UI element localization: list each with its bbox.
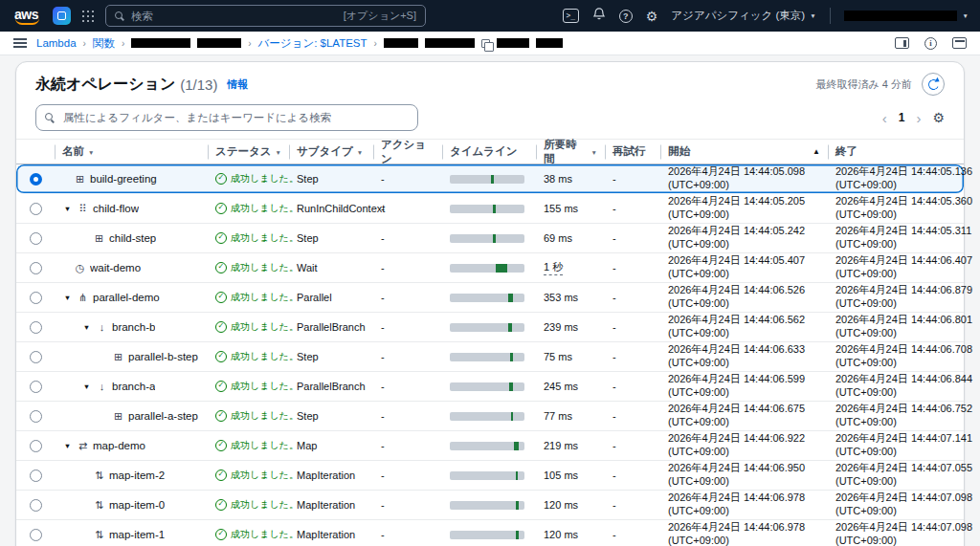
row-select-radio[interactable] — [30, 292, 42, 304]
end-timezone: (UTC+09:00) — [835, 297, 897, 311]
row-select-radio[interactable] — [30, 232, 42, 245]
end-timezone: (UTC+09:00) — [835, 505, 897, 518]
timeline-bar — [450, 531, 524, 539]
end-timezone: (UTC+09:00) — [835, 238, 897, 251]
column-header[interactable]: ステータス▼ — [208, 140, 289, 164]
column-header[interactable]: 所要時間▼ — [536, 140, 605, 164]
aws-logo[interactable]: aws — [11, 7, 41, 25]
row-select-radio[interactable] — [30, 381, 42, 393]
breadcrumb-lambda[interactable]: Lambda — [36, 37, 77, 49]
sort-ascending-icon[interactable]: ▲ — [813, 147, 820, 156]
table-row[interactable]: ▼ ⋔ parallel-demo 成功しました。 Parallel - 353… — [16, 283, 964, 313]
row-select-radio[interactable] — [30, 262, 42, 274]
success-check-icon — [215, 203, 227, 214]
start-timezone: (UTC+09:00) — [668, 327, 729, 340]
operation-type-icon: ⇄ — [77, 440, 89, 452]
end-timezone: (UTC+09:00) — [835, 386, 897, 400]
layout-icon[interactable] — [952, 37, 967, 49]
help-icon[interactable]: ? — [619, 10, 633, 23]
table-row[interactable]: ▼ ⇄ map-demo 成功しました。 Map - 219 ms - 2026… — [16, 431, 964, 461]
hamburger-menu-icon[interactable] — [13, 38, 27, 48]
table-row[interactable]: ▼ ↓ branch-b 成功しました。 ParallelBranch - 23… — [16, 313, 964, 342]
collapse-caret-icon[interactable]: ▼ — [81, 382, 92, 391]
column-header[interactable]: 終了 — [828, 140, 964, 164]
breadcrumb-functions[interactable]: 関数 — [93, 36, 115, 51]
column-header[interactable]: 開始▲ — [660, 140, 828, 164]
table-row[interactable]: ⇅ map-item-1 成功しました。 MapIteration - 120 … — [16, 520, 964, 546]
subtype-text: Step — [297, 232, 319, 244]
account-menu[interactable]: ▼ — [844, 11, 969, 21]
row-select-radio[interactable] — [30, 410, 42, 423]
collapse-caret-icon[interactable]: ▼ — [81, 323, 92, 332]
prev-page-button[interactable]: ‹ — [882, 111, 887, 125]
operation-type-icon: ⊞ — [112, 410, 124, 423]
table-row[interactable]: ▼ ↓ branch-a 成功しました。 ParallelBranch - 24… — [16, 372, 964, 402]
retry-text: - — [612, 499, 616, 511]
table-row[interactable]: ⇅ map-item-0 成功しました。 MapIteration - 120 … — [16, 491, 964, 520]
table-row[interactable]: ⊞ parallel-b-step 成功しました。 Step - 75 ms -… — [16, 342, 964, 372]
column-header[interactable]: タイムライン — [442, 140, 536, 164]
collapse-caret-icon[interactable]: ▼ — [62, 294, 73, 302]
table-row[interactable]: ▼ ⠿ child-flow 成功しました。 RunInChildContext… — [16, 194, 964, 224]
current-page[interactable]: 1 — [899, 111, 905, 124]
row-select-radio[interactable] — [30, 499, 42, 512]
operation-type-icon: ⇅ — [93, 470, 105, 482]
region-selector[interactable]: アジアパシフィック (東京) ▼ — [671, 9, 815, 23]
notifications-bell-icon[interactable] — [592, 7, 606, 25]
column-header[interactable]: サブタイプ▼ — [289, 140, 373, 164]
next-page-button[interactable]: › — [916, 111, 921, 125]
operation-name: map-demo — [93, 440, 145, 451]
table-row[interactable]: ⊞ child-step 成功しました。 Step - 69 ms - 2026… — [16, 224, 964, 253]
topbar-right-group: >_ ? ⚙ アジアパシフィック (東京) ▼ ▼ — [563, 7, 969, 25]
row-select-radio[interactable] — [30, 440, 42, 452]
timeline-segment — [493, 234, 495, 243]
global-search-input[interactable] — [131, 11, 337, 22]
end-time: 2026年4月24日 14:44:06.708 — [835, 343, 972, 357]
cloudshell-icon[interactable]: >_ — [563, 9, 579, 23]
filter-input[interactable] — [35, 104, 418, 131]
info-icon[interactable]: i — [924, 37, 937, 50]
end-timezone: (UTC+09:00) — [835, 268, 897, 281]
breadcrumb-version[interactable]: バージョン: $LATEST — [258, 36, 368, 51]
duration-text: 69 ms — [544, 232, 572, 244]
copy-icon[interactable] — [481, 39, 490, 48]
operation-type-icon: ⊞ — [112, 351, 124, 363]
refresh-button[interactable] — [922, 73, 945, 96]
row-select-radio[interactable] — [30, 351, 42, 363]
table-row[interactable]: ⊞ parallel-a-step 成功しました。 Step - 77 ms -… — [16, 402, 964, 431]
global-search[interactable]: [オプション+S] — [105, 5, 426, 27]
timeline-segment — [516, 471, 518, 480]
row-select-radio[interactable] — [30, 529, 42, 541]
retry-text: - — [612, 351, 616, 362]
service-app-icon[interactable] — [53, 7, 71, 25]
row-select-radio[interactable] — [30, 321, 42, 334]
retry-text: - — [612, 203, 616, 214]
column-header[interactable]: 再試行 — [605, 140, 660, 164]
settings-gear-icon[interactable]: ⚙ — [646, 10, 658, 23]
filter-caret-icon[interactable]: ▼ — [276, 148, 281, 156]
row-select-radio[interactable] — [30, 173, 42, 186]
row-select-radio[interactable] — [30, 203, 42, 215]
table-preferences-gear-icon[interactable]: ⚙ — [932, 110, 945, 125]
table-row[interactable]: ⇅ map-item-2 成功しました。 MapIteration - 105 … — [16, 461, 964, 491]
split-panel-icon[interactable] — [895, 37, 909, 49]
filter-caret-icon[interactable]: ▼ — [591, 148, 597, 156]
retry-text: - — [612, 262, 616, 273]
table-row[interactable]: ⊞ build-greeting 成功しました。 Step - 38 ms - … — [16, 164, 964, 194]
subtype-text: Step — [297, 351, 319, 362]
end-time: 2026年4月24日 14:44:06.879 — [835, 284, 972, 297]
collapse-caret-icon[interactable]: ▼ — [62, 442, 73, 450]
table-row[interactable]: ◷ wait-demo 成功しました。 Wait - 1 秒 - 2026年4月… — [16, 253, 964, 283]
row-select-radio[interactable] — [30, 470, 42, 482]
column-header[interactable]: 名前▼ — [55, 140, 208, 164]
subtype-text: MapIteration — [297, 470, 355, 481]
start-timezone: (UTC+09:00) — [668, 268, 729, 281]
subtype-text: ParallelBranch — [297, 381, 366, 392]
column-header[interactable]: アクション — [373, 140, 442, 164]
services-grid-icon[interactable] — [82, 11, 94, 22]
filter-caret-icon[interactable]: ▼ — [357, 148, 363, 156]
collapse-caret-icon[interactable]: ▼ — [62, 205, 73, 213]
start-time: 2026年4月24日 14:44:06.978 — [668, 521, 805, 535]
info-link[interactable]: 情報 — [227, 77, 248, 92]
filter-caret-icon[interactable]: ▼ — [88, 148, 94, 156]
